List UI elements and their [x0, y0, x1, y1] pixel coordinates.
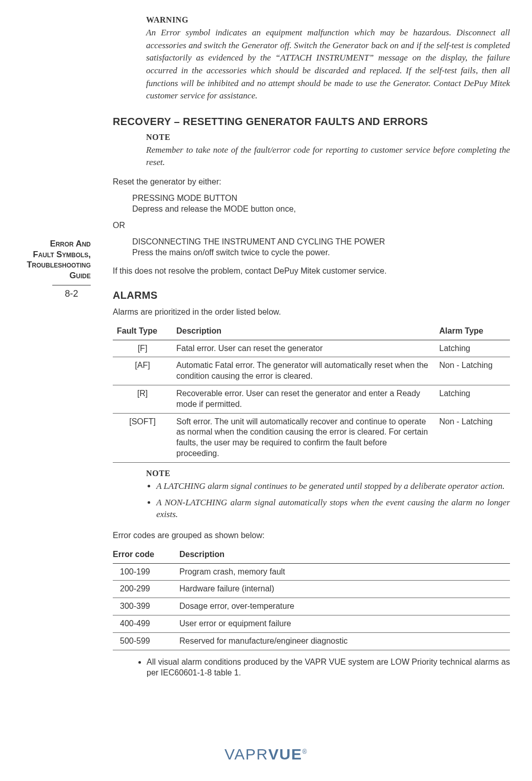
table-row: [SOFT] Soft error. The unit will automat… — [113, 413, 510, 462]
col-description: Description — [172, 323, 435, 340]
col-alarm-type: Alarm Type — [435, 323, 510, 340]
section-title: Error And Fault Symbols, Troubleshooting… — [0, 238, 91, 281]
alarms-intro: Alarms are prioritized in the order list… — [113, 306, 510, 318]
list-item: A NON-LATCHING alarm signal automaticall… — [156, 497, 510, 521]
brand-logo: VAPRVUE® — [0, 746, 532, 763]
option1-body: Depress and release the MODE button once… — [132, 203, 510, 215]
warning-body: An Error symbol indicates an equipment m… — [146, 27, 510, 102]
note-body: Remember to take note of the fault/error… — [146, 144, 510, 169]
col-description: Description — [175, 546, 510, 563]
table-row: [R] Recoverable error. User can reset th… — [113, 385, 510, 414]
error-code-table: Error code Description 100-199Program cr… — [113, 546, 510, 650]
fault-type-table: Fault Type Description Alarm Type [F] Fa… — [113, 323, 510, 463]
priority-note-list: All visual alarm conditions produced by … — [131, 656, 510, 679]
divider — [52, 285, 91, 285]
or-text: OR — [113, 220, 510, 231]
reset-intro: Reset the generator by either: — [113, 176, 510, 188]
note2-list: A LATCHING alarm signal continues to be … — [146, 480, 510, 521]
table-row: 100-199Program crash, memory fault — [113, 563, 510, 581]
col-fault-type: Fault Type — [113, 323, 172, 340]
table-row: 400-499User error or equipment failure — [113, 615, 510, 633]
warning-heading: WARNING — [146, 15, 510, 25]
table-row: [AF] Automatic Fatal error. The generato… — [113, 357, 510, 385]
table-row: 500-599Reserved for manufacture/engineer… — [113, 632, 510, 650]
recovery-after: If this does not resolve the problem, co… — [113, 265, 510, 277]
option1-title: PRESSING MODE BUTTON — [132, 193, 510, 204]
list-item: All visual alarm conditions produced by … — [147, 656, 510, 679]
note-heading: NOTE — [146, 133, 510, 142]
table-row: [F] Fatal error. User can reset the gene… — [113, 340, 510, 357]
margin-sidebar: Error And Fault Symbols, Troubleshooting… — [0, 238, 100, 299]
alarms-heading: ALARMS — [113, 290, 510, 301]
table-row: 300-399Dosage error, over-temperature — [113, 598, 510, 615]
main-content: WARNING An Error symbol indicates an equ… — [113, 15, 510, 679]
recovery-heading: RECOVERY – RESETTING GENERATOR FAULTS AN… — [113, 116, 510, 128]
table-row: 200-299Hardware failure (internal) — [113, 581, 510, 598]
list-item: A LATCHING alarm signal continues to be … — [156, 480, 510, 492]
page-number: 8-2 — [52, 289, 91, 299]
codes-intro: Error codes are grouped as shown below: — [113, 530, 510, 541]
note2-heading: NOTE — [146, 469, 510, 478]
col-error-code: Error code — [113, 546, 175, 563]
option2-body: Press the mains on/off switch twice to c… — [132, 247, 510, 258]
option2-title: DISCONNECTING THE INSTRUMENT AND CYCLING… — [132, 236, 510, 248]
